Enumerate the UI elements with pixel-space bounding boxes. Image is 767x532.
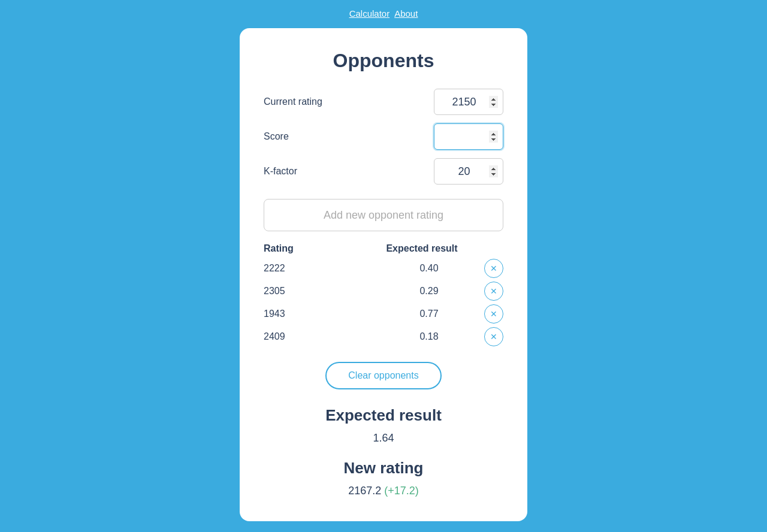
- table-header: Rating Expected result: [264, 243, 503, 254]
- cell-expected: 0.77: [374, 309, 484, 319]
- table-row: 2305 0.29 ✕: [264, 282, 503, 301]
- opponents-table: Rating Expected result 2222 0.40 ✕ 2305 …: [264, 243, 503, 350]
- main-card: Opponents Current rating Score K-factor …: [240, 28, 527, 521]
- expected-result-value: 1.64: [373, 432, 394, 445]
- calculator-link[interactable]: Calculator: [349, 8, 390, 19]
- current-rating-input[interactable]: [434, 89, 503, 115]
- table-row: 2409 0.18 ✕: [264, 327, 503, 346]
- remove-opponent-button[interactable]: ✕: [484, 304, 503, 324]
- score-row: Score: [264, 123, 503, 150]
- new-rating-delta: (+17.2): [384, 485, 419, 497]
- new-rating-title: New rating: [344, 459, 424, 477]
- cell-expected: 0.40: [374, 263, 484, 274]
- remove-opponent-button[interactable]: ✕: [484, 259, 503, 278]
- cell-expected: 0.18: [374, 331, 484, 342]
- cell-rating: 2222: [264, 263, 374, 274]
- cell-rating: 2409: [264, 331, 374, 342]
- top-navigation: Calculator About: [349, 8, 418, 19]
- header-expected: Expected result: [369, 243, 475, 254]
- current-rating-label: Current rating: [264, 96, 322, 107]
- new-rating-number: 2167.2: [348, 485, 381, 497]
- cell-expected: 0.29: [374, 286, 484, 297]
- about-link[interactable]: About: [394, 8, 418, 19]
- new-rating-value: 2167.2 (+17.2): [348, 485, 419, 497]
- score-label: Score: [264, 131, 289, 142]
- form-section: Current rating Score K-factor: [264, 89, 503, 185]
- remove-opponent-button[interactable]: ✕: [484, 282, 503, 301]
- remove-opponent-button[interactable]: ✕: [484, 327, 503, 346]
- kfactor-input[interactable]: [434, 158, 503, 185]
- kfactor-row: K-factor: [264, 158, 503, 185]
- current-rating-row: Current rating: [264, 89, 503, 115]
- clear-opponents-button[interactable]: Clear opponents: [325, 362, 441, 389]
- page-title: Opponents: [333, 50, 434, 72]
- cell-rating: 2305: [264, 286, 374, 297]
- add-opponent-button[interactable]: Add new opponent rating: [264, 199, 503, 231]
- table-row: 1943 0.77 ✕: [264, 304, 503, 324]
- table-row: 2222 0.40 ✕: [264, 259, 503, 278]
- expected-result-title: Expected result: [325, 406, 442, 425]
- kfactor-label: K-factor: [264, 166, 297, 177]
- score-input[interactable]: [434, 123, 503, 150]
- cell-rating: 1943: [264, 309, 374, 319]
- header-rating: Rating: [264, 243, 369, 254]
